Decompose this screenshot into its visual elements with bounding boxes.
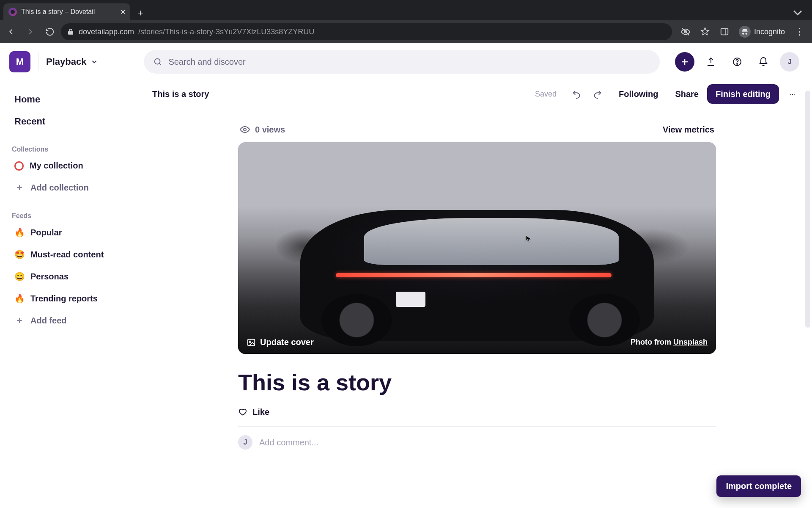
feed-emoji: 😀: [14, 271, 25, 282]
doc-bar: This is a story Saved Following Share F: [142, 80, 812, 108]
top-actions: J: [675, 52, 799, 72]
reload-button[interactable]: [41, 23, 58, 40]
like-label: Like: [252, 407, 269, 417]
update-cover-button[interactable]: Update cover: [247, 337, 314, 347]
doc-title[interactable]: This is a story: [152, 89, 209, 99]
app-body: Home Recent Collections My collection Ad…: [0, 80, 812, 508]
cover-overlay: Update cover Photo from Unsplash: [247, 337, 708, 347]
user-avatar[interactable]: J: [780, 52, 799, 72]
app: M Playback Search and discover J: [0, 43, 812, 508]
workspace-badge[interactable]: M: [9, 51, 30, 72]
views-text: 0 views: [255, 125, 285, 135]
close-tab-icon[interactable]: ✕: [119, 8, 126, 15]
story-title[interactable]: This is a story: [238, 369, 716, 395]
plus-icon: [14, 182, 25, 193]
svg-point-2: [155, 59, 160, 64]
feed-label: Popular: [30, 228, 62, 237]
feed-emoji: 🔥: [14, 227, 25, 237]
toast-import-complete[interactable]: Import complete: [716, 475, 801, 497]
nav-home[interactable]: Home: [12, 91, 134, 108]
help-button[interactable]: [727, 52, 747, 72]
collection-item[interactable]: My collection: [12, 157, 134, 175]
heart-icon: [238, 408, 247, 417]
tab-title: This is a story – Dovetail: [21, 8, 115, 16]
incognito-indicator[interactable]: Incognito: [735, 23, 788, 40]
eye-off-icon[interactable]: [677, 23, 694, 40]
comment-input[interactable]: [259, 438, 716, 447]
browser-chrome: This is a story – Dovetail ✕ ＋ dovetaila…: [0, 0, 812, 43]
back-button[interactable]: [3, 23, 19, 40]
finish-editing-button[interactable]: Finish editing: [707, 84, 779, 104]
feed-emoji: 🤩: [14, 249, 25, 260]
collection-label: My collection: [30, 161, 83, 171]
share-button[interactable]: Share: [667, 85, 703, 103]
search-icon: [153, 57, 162, 66]
feed-emoji: 🔥: [14, 293, 25, 304]
incognito-label: Incognito: [754, 28, 785, 36]
space-switcher[interactable]: Playback: [46, 56, 98, 67]
upload-button[interactable]: [701, 52, 721, 72]
svg-rect-9: [248, 339, 255, 345]
address-bar[interactable]: dovetailapp.com/stories/This-is-a-story-…: [61, 23, 672, 40]
add-collection-label: Add collection: [30, 183, 89, 193]
feed-item-personas[interactable]: 😀 Personas: [12, 267, 134, 286]
cover-image[interactable]: Update cover Photo from Unsplash: [238, 142, 716, 354]
view-metrics-link[interactable]: View metrics: [663, 125, 714, 135]
side-panel-icon[interactable]: [716, 23, 733, 40]
cursor-icon: [525, 233, 532, 244]
add-feed[interactable]: Add feed: [12, 311, 134, 330]
share-label: Share: [675, 89, 699, 99]
bookmark-star-icon[interactable]: [697, 23, 713, 40]
divider: [38, 52, 38, 71]
kebab-menu-icon[interactable]: ⋮: [791, 23, 808, 40]
notifications-button[interactable]: [754, 52, 773, 72]
sidebar: Home Recent Collections My collection Ad…: [0, 80, 142, 508]
collection-icon: [14, 161, 24, 171]
chevron-down-icon: [91, 58, 98, 66]
comment-avatar: J: [238, 435, 252, 450]
add-feed-label: Add feed: [30, 316, 67, 326]
app-top-bar: M Playback Search and discover J: [0, 43, 812, 80]
new-tab-button[interactable]: ＋: [133, 5, 148, 20]
collections-label: Collections: [12, 146, 134, 153]
cover-credit: Photo from Unsplash: [631, 338, 708, 347]
feed-item-popular[interactable]: 🔥 Popular: [12, 223, 134, 242]
divider: [238, 426, 716, 427]
favicon-icon: [8, 8, 17, 16]
content-scroll[interactable]: 0 views View metrics: [142, 108, 812, 508]
lock-icon: [67, 28, 74, 36]
scrollbar[interactable]: [805, 91, 810, 328]
forward-button[interactable]: [22, 23, 39, 40]
feed-item-trending[interactable]: 🔥 Trending reports: [12, 289, 134, 308]
svg-rect-1: [721, 29, 728, 35]
redo-button[interactable]: [589, 86, 606, 102]
comment-row: J: [238, 435, 716, 450]
global-search[interactable]: Search and discover: [144, 50, 660, 74]
add-collection[interactable]: Add collection: [12, 178, 134, 197]
browser-tab[interactable]: This is a story – Dovetail ✕: [3, 3, 130, 20]
undo-button[interactable]: [568, 86, 585, 102]
nav-recent[interactable]: Recent: [12, 113, 134, 130]
feed-item-must-read[interactable]: 🤩 Must-read content: [12, 245, 134, 264]
like-button[interactable]: Like: [238, 407, 716, 417]
space-name: Playback: [46, 56, 86, 67]
cover-illustration: [300, 210, 654, 341]
credit-link[interactable]: Unsplash: [673, 338, 708, 346]
url-host: dovetailapp.com: [79, 28, 134, 36]
save-status: Saved: [535, 90, 561, 99]
more-menu-button[interactable]: ⋯: [783, 85, 802, 103]
metrics-row: 0 views View metrics: [238, 124, 716, 142]
url-path: /stories/This-is-a-story-3sYu2V7XlzLU33s…: [138, 28, 314, 36]
credit-prefix: Photo from: [631, 338, 673, 346]
tabs-overflow-icon[interactable]: [790, 5, 805, 20]
following-label: Following: [619, 89, 658, 99]
svg-point-10: [249, 341, 251, 342]
browser-right-actions: Incognito ⋮: [677, 23, 808, 40]
tab-strip: This is a story – Dovetail ✕ ＋: [0, 0, 812, 20]
create-button[interactable]: [675, 52, 694, 72]
following-button[interactable]: Following: [610, 85, 662, 103]
incognito-icon: [739, 26, 751, 38]
views-pill: 0 views: [240, 124, 285, 135]
browser-toolbar: dovetailapp.com/stories/This-is-a-story-…: [0, 20, 812, 43]
content: 0 views View metrics: [238, 108, 716, 475]
